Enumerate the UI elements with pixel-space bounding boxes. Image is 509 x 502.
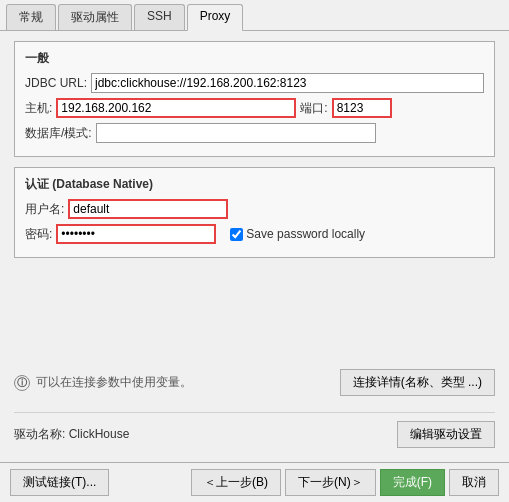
info-text: ⓘ 可以在连接参数中使用变量。 bbox=[14, 374, 192, 391]
bottom-bar: 测试链接(T)... ＜上一步(B) 下一步(N)＞ 完成(F) 取消 bbox=[0, 462, 509, 502]
save-password-checkbox[interactable] bbox=[230, 228, 243, 241]
username-input[interactable] bbox=[68, 199, 228, 219]
save-password-label[interactable]: Save password locally bbox=[230, 227, 365, 241]
password-row: 密码: Save password locally bbox=[25, 224, 484, 244]
port-input[interactable] bbox=[332, 98, 392, 118]
general-section-title: 一般 bbox=[25, 50, 484, 67]
driver-label: 驱动名称: ClickHouse bbox=[14, 426, 129, 443]
port-label: 端口: bbox=[300, 100, 327, 117]
tab-bar: 常规 驱动属性 SSH Proxy bbox=[0, 0, 509, 31]
info-area: ⓘ 可以在连接参数中使用变量。 连接详情(名称、类型 ...) 驱动名称: Cl… bbox=[14, 268, 495, 452]
host-input[interactable] bbox=[56, 98, 296, 118]
main-content: 一般 JDBC URL: 主机: 端口: 数据库/模式: 认证 (Databas… bbox=[0, 31, 509, 462]
save-password-text: Save password locally bbox=[246, 227, 365, 241]
next-button[interactable]: 下一步(N)＞ bbox=[285, 469, 376, 496]
bottom-left-buttons: 测试链接(T)... bbox=[10, 469, 109, 496]
dialog: 常规 驱动属性 SSH Proxy 一般 JDBC URL: 主机: 端口: 数… bbox=[0, 0, 509, 502]
jdbc-label: JDBC URL: bbox=[25, 76, 87, 90]
tab-general[interactable]: 常规 bbox=[6, 4, 56, 30]
db-label: 数据库/模式: bbox=[25, 125, 92, 142]
password-input[interactable] bbox=[56, 224, 216, 244]
prev-button[interactable]: ＜上一步(B) bbox=[191, 469, 281, 496]
tab-driver-props[interactable]: 驱动属性 bbox=[58, 4, 132, 30]
db-input[interactable] bbox=[96, 123, 376, 143]
test-connection-button[interactable]: 测试链接(T)... bbox=[10, 469, 109, 496]
finish-button[interactable]: 完成(F) bbox=[380, 469, 445, 496]
general-section: 一般 JDBC URL: 主机: 端口: 数据库/模式: bbox=[14, 41, 495, 157]
db-row: 数据库/模式: bbox=[25, 123, 484, 143]
edit-driver-button[interactable]: 编辑驱动设置 bbox=[397, 421, 495, 448]
driver-row: 驱动名称: ClickHouse 编辑驱动设置 bbox=[14, 421, 495, 448]
connection-details-button[interactable]: 连接详情(名称、类型 ...) bbox=[340, 369, 495, 396]
info-description: 可以在连接参数中使用变量。 bbox=[36, 374, 192, 391]
bottom-right-buttons: ＜上一步(B) 下一步(N)＞ 完成(F) 取消 bbox=[191, 469, 499, 496]
jdbc-row: JDBC URL: bbox=[25, 73, 484, 93]
auth-section-title: 认证 (Database Native) bbox=[25, 176, 484, 193]
info-icon: ⓘ bbox=[14, 375, 30, 391]
host-label: 主机: bbox=[25, 100, 52, 117]
auth-section: 认证 (Database Native) 用户名: 密码: Save passw… bbox=[14, 167, 495, 258]
driver-value: ClickHouse bbox=[69, 427, 130, 441]
info-row: ⓘ 可以在连接参数中使用变量。 连接详情(名称、类型 ...) bbox=[14, 369, 495, 396]
host-port-row: 主机: 端口: bbox=[25, 98, 484, 118]
jdbc-input[interactable] bbox=[91, 73, 484, 93]
tab-ssh[interactable]: SSH bbox=[134, 4, 185, 30]
tab-proxy[interactable]: Proxy bbox=[187, 4, 244, 31]
cancel-button[interactable]: 取消 bbox=[449, 469, 499, 496]
divider bbox=[14, 412, 495, 413]
username-label: 用户名: bbox=[25, 201, 64, 218]
username-row: 用户名: bbox=[25, 199, 484, 219]
password-label: 密码: bbox=[25, 226, 52, 243]
